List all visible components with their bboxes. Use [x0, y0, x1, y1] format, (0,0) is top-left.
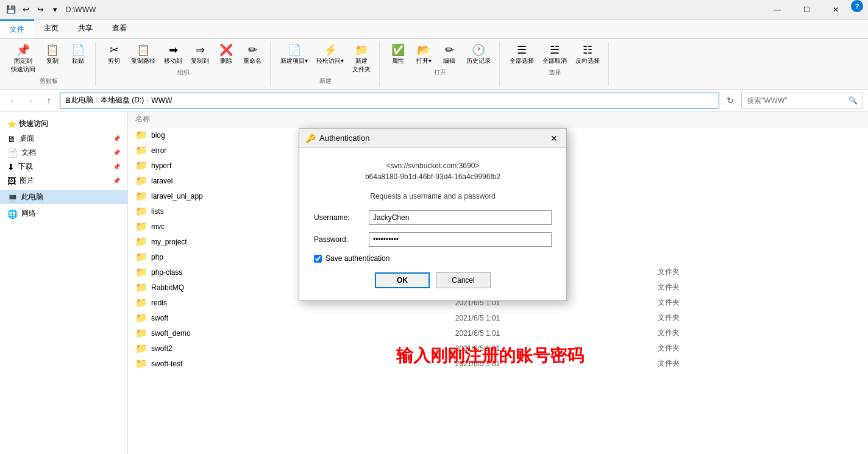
save-auth-checkbox-container: Save authentication: [314, 254, 552, 263]
password-input[interactable]: [369, 232, 552, 247]
modal-buttons: OK Cancel: [314, 272, 552, 288]
modal-overlay: 🔑 Authentication ✕ <svn://svnbucket.com:…: [0, 0, 868, 454]
cancel-button[interactable]: Cancel: [436, 272, 491, 288]
modal-title-bar: 🔑 Authentication ✕: [299, 129, 566, 148]
username-field: Username:: [314, 210, 552, 225]
modal-subtitle: Requests a username and a password: [314, 192, 552, 200]
modal-close-button[interactable]: ✕: [548, 132, 560, 144]
password-field: Password:: [314, 232, 552, 247]
modal-server-info: <svn://svnbucket.com:3690> b64a8180-9b1d…: [314, 160, 552, 182]
save-auth-label[interactable]: Save authentication: [326, 254, 390, 263]
username-label: Username:: [314, 213, 369, 222]
modal-title-text: Authentication: [319, 133, 548, 143]
server-line2: b64a8180-9b1d-46bf-93d4-16a4c9996fb2: [365, 172, 500, 181]
authentication-dialog: 🔑 Authentication ✕ <svn://svnbucket.com:…: [299, 128, 567, 301]
modal-body: <svn://svnbucket.com:3690> b64a8180-9b1d…: [299, 148, 566, 300]
save-auth-checkbox[interactable]: [314, 255, 322, 263]
username-input[interactable]: [369, 210, 552, 225]
server-line1: <svn://svnbucket.com:3690>: [386, 161, 480, 170]
ok-button[interactable]: OK: [375, 272, 430, 288]
modal-title-icon: 🔑: [305, 133, 316, 143]
password-label: Password:: [314, 235, 369, 244]
